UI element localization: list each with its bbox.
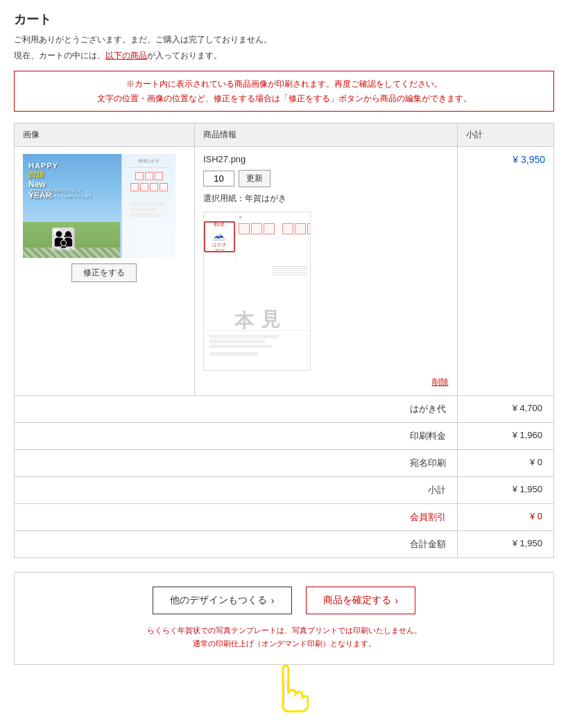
total-label: 合計金額: [15, 531, 458, 558]
price-cell: ¥ 3,950: [457, 147, 554, 396]
cursor-container: [14, 658, 554, 713]
zip-box-5: [295, 223, 306, 234]
zip-box-2: [251, 223, 262, 234]
zip-box-1: [239, 223, 250, 234]
other-design-button[interactable]: 他のデザインもつくる ›: [153, 587, 292, 614]
bottom-note-line2: 通常の印刷仕上げ（オンデマンド印刷）となります。: [28, 637, 540, 650]
intro-line2-prefix: 現在、カートの中には、: [14, 51, 105, 60]
print-label: 印刷料金: [15, 423, 458, 450]
page-title: カート: [14, 11, 554, 28]
th-info: 商品情報: [194, 123, 457, 147]
postage-row: はがき代 ¥ 4,700: [15, 396, 554, 423]
edit-button[interactable]: 修正をする: [71, 263, 137, 282]
quantity-row: 更新: [203, 170, 449, 187]
postcard-top: 郵便 🗻 はがき 2017 〒: [204, 212, 310, 261]
page-wrapper: カート ご利用ありがとうございます。まだ、ご購入は完了しておりません。 現在、カ…: [0, 0, 568, 725]
address-value: ¥ 0: [457, 450, 554, 477]
subtotal-label: 小計: [15, 477, 458, 504]
notice-box: ※カート内に表示されている商品画像が印刷されます。再度ご確認をしてください。 文…: [14, 71, 554, 112]
address-label: 宛名印刷: [15, 450, 458, 477]
mihon-text: 見本: [230, 294, 283, 297]
delete-link[interactable]: 削除: [432, 377, 449, 387]
product-image-cell: HAPPY 2018 New YEAR 👨‍👩‍👦 郵便はがき: [15, 147, 195, 396]
intro-line2-link[interactable]: 以下の商品: [105, 51, 147, 60]
cart-table: 画像 商品情報 小計 HAPPY 2018: [14, 123, 554, 558]
quantity-input[interactable]: [203, 171, 234, 187]
zip-box-6: [307, 223, 311, 234]
total-value: ¥ 1,950: [457, 531, 554, 558]
update-button[interactable]: 更新: [239, 170, 270, 187]
intro-line1: ご利用ありがとうございます。まだ、ご購入は完了しておりません。: [14, 33, 554, 46]
confirm-chevron: ›: [395, 595, 399, 606]
postage-label: はがき代: [15, 396, 458, 423]
paper-type-label: 選択用紙：年賀はがき: [203, 193, 449, 205]
th-image: 画像: [15, 123, 195, 147]
address-print-row: 宛名印刷 ¥ 0: [15, 450, 554, 477]
zip-label: 〒: [239, 215, 311, 222]
postcard-sender-section: [204, 330, 310, 371]
product-info-cell: ISH27.png 更新 選択用紙：年賀はがき: [194, 147, 457, 396]
other-design-label: 他のデザインもつくる: [170, 594, 267, 607]
bottom-note-line1: らくらく年賀状での写真テンプレートは、写真プリントでは印刷いたしません。: [28, 624, 540, 637]
print-row: 印刷料金 ¥ 1,960: [15, 423, 554, 450]
subtotal-value: ¥ 1,950: [457, 477, 554, 504]
notice-text: ※カート内に表示されている商品画像が印刷されます。再度ご確認をしてください。 文…: [23, 77, 545, 105]
stamp-area: 郵便 🗻 はがき 2017: [204, 212, 236, 261]
subtotal-row: 小計 ¥ 1,950: [15, 477, 554, 504]
total-row: 合計金額 ¥ 1,950: [15, 531, 554, 558]
zip-area: 〒 -: [236, 212, 311, 261]
member-discount-row: 会員割引 ¥ 0: [15, 504, 554, 531]
product-filename: ISH27.png: [203, 154, 449, 164]
postcard-preview: 郵便 🗻 はがき 2017 〒: [203, 211, 311, 371]
zip-boxes: -: [239, 223, 311, 234]
fuji-stamp: 郵便 🗻 はがき 2017: [204, 221, 235, 252]
action-buttons: 他のデザインもつくる › 商品を確定する ›: [28, 587, 540, 614]
bottom-section: 他のデザインもつくる › 商品を確定する › らくらく年賀状での写真テンプレート…: [14, 572, 554, 664]
member-discount-label: 会員割引: [15, 504, 458, 531]
th-price: 小計: [457, 123, 554, 147]
member-discount-value: ¥ 0: [457, 504, 554, 531]
other-design-chevron: ›: [271, 595, 275, 606]
intro-line2: 現在、カートの中には、以下の商品が入っております。: [14, 49, 554, 62]
confirm-label: 商品を確定する: [323, 594, 391, 607]
postcard-address-section: 見本: [204, 261, 310, 330]
product-thumbnail: HAPPY 2018 New YEAR 👨‍👩‍👦 郵便はがき: [23, 154, 175, 258]
zip-box-4: [282, 223, 293, 234]
zip-box-3: [264, 223, 275, 234]
hand-cursor-icon: [260, 658, 309, 713]
confirm-button[interactable]: 商品を確定する ›: [306, 587, 416, 614]
product-price: ¥ 3,950: [513, 154, 545, 165]
print-value: ¥ 1,960: [457, 423, 554, 450]
product-row: HAPPY 2018 New YEAR 👨‍👩‍👦 郵便はがき: [15, 147, 554, 396]
intro-line2-suffix: が入っております。: [147, 51, 222, 60]
postage-value: ¥ 4,700: [457, 396, 554, 423]
address-lines: [273, 266, 307, 275]
